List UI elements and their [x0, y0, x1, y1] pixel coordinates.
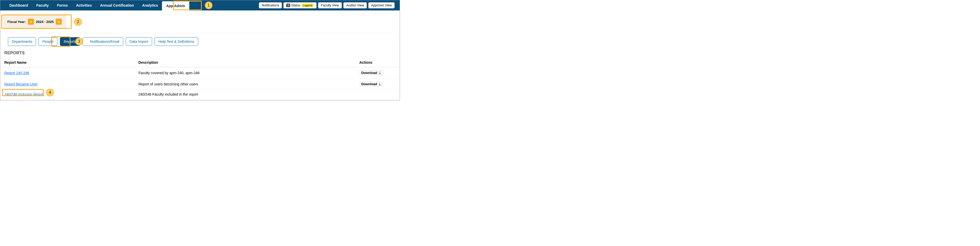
download-icon: ⭳	[378, 82, 382, 86]
report-desc: Report of users becoming other users	[137, 79, 358, 90]
table-row: Report Became User Report of users becom…	[3, 79, 397, 90]
download-button[interactable]: Download⭳	[359, 81, 383, 87]
status-label: Status	[291, 3, 300, 7]
subtab-departments[interactable]: Departments	[8, 37, 36, 46]
report-desc: Faculty covered by apm-240, apm-246	[137, 67, 358, 79]
fiscal-year-label: Fiscal Year:	[7, 20, 26, 24]
report-desc: 240/246 Faculty included in the report	[137, 90, 358, 99]
status-legend-button[interactable]: ? Status Legend	[283, 2, 317, 8]
subtab-people[interactable]: People	[38, 37, 57, 46]
reports-table: Report Name Description Actions Report 2…	[3, 58, 397, 99]
col-description: Description	[137, 58, 358, 67]
nav-analytics[interactable]: Analytics	[138, 0, 162, 10]
subtab-help-text-definitions[interactable]: Help Text & Definitions	[154, 37, 198, 46]
report-link-240-246-inclusion[interactable]: 240/246 Inclusion Report	[4, 92, 44, 96]
nav-activities[interactable]: Activities	[72, 0, 96, 10]
download-button[interactable]: Download⭳	[359, 70, 383, 76]
nav-forms[interactable]: Forms	[53, 0, 72, 10]
nav-faculty[interactable]: Faculty	[32, 0, 53, 10]
table-row: Report 240-246 Faculty covered by apm-24…	[3, 67, 397, 79]
table-row: 240/246 Inclusion Report 240/246 Faculty…	[3, 90, 397, 99]
fiscal-year-selector: Fiscal Year: < 2024 - 2025 >	[3, 15, 66, 28]
legend-pill: Legend	[302, 3, 314, 7]
separator	[3, 33, 397, 33]
question-icon: ?	[286, 3, 290, 7]
nav-dashboard[interactable]: Dashboard	[5, 0, 32, 10]
nav-annual-certification[interactable]: Annual Certification	[96, 0, 138, 10]
fiscal-year-value: 2024 - 2025	[36, 20, 54, 24]
subtab-notifications-email[interactable]: Notifications/Email	[83, 37, 123, 46]
top-navbar-left: Dashboard Faculty Forms Activities Annua…	[5, 0, 189, 10]
col-report-name: Report Name	[3, 58, 137, 67]
top-navbar: Dashboard Faculty Forms Activities Annua…	[0, 0, 400, 10]
col-actions: Actions	[358, 58, 397, 67]
fiscal-year-prev-button[interactable]: <	[28, 19, 34, 25]
notifications-button[interactable]: Notifications	[259, 2, 282, 8]
download-icon: ⭳	[378, 71, 382, 75]
subtab-data-import[interactable]: Data Import	[126, 37, 152, 46]
section-title-reports: REPORTS	[0, 49, 400, 57]
nav-app-admin[interactable]: App Admin	[162, 1, 189, 10]
faculty-view-button[interactable]: Faculty View	[318, 2, 342, 8]
report-link-became-user[interactable]: Report Became User	[4, 82, 38, 86]
approver-view-button[interactable]: Approver View	[368, 2, 395, 8]
download-label: Download	[361, 82, 377, 86]
download-label: Download	[361, 71, 377, 75]
subtab-bar: Departments People Reports Notifications…	[0, 36, 400, 49]
report-link-240-246[interactable]: Report 240-246	[4, 71, 29, 75]
annotation-circle-2: 2	[74, 18, 82, 26]
auditor-view-button[interactable]: Auditor View	[343, 2, 367, 8]
subtab-reports[interactable]: Reports	[60, 37, 80, 46]
fiscal-year-next-button[interactable]: >	[56, 19, 62, 25]
reports-table-header-row: Report Name Description Actions	[3, 58, 397, 67]
top-navbar-right: Notifications ? Status Legend Faculty Vi…	[259, 2, 395, 8]
